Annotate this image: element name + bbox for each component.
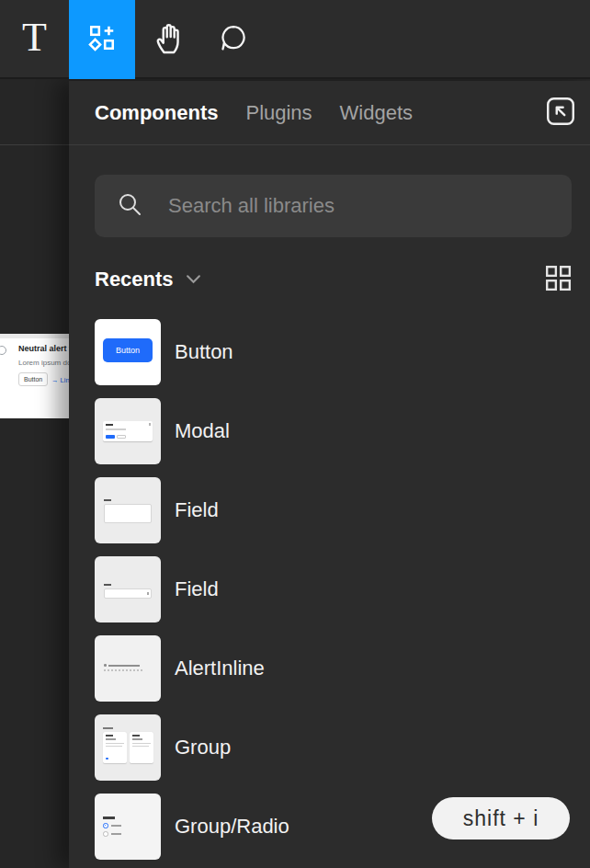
- search-box[interactable]: [95, 175, 572, 237]
- item-label: Modal: [175, 419, 230, 443]
- recents-title: Recents: [95, 268, 174, 291]
- hand-tool-button[interactable]: [135, 0, 201, 79]
- item-label: Group: [175, 736, 231, 760]
- canvas-area[interactable]: Neutral alert title Lorem ipsum dolor am…: [0, 81, 69, 868]
- figma-window: T: [0, 0, 590, 868]
- alert-title: Neutral alert title: [18, 344, 69, 353]
- hand-icon: [153, 21, 184, 58]
- field-thumbnail: [95, 556, 161, 622]
- list-item-field[interactable]: Field: [95, 477, 572, 543]
- comment-icon: [218, 22, 249, 57]
- item-label: Field: [175, 498, 219, 522]
- list-item-modal[interactable]: Modal: [95, 398, 572, 464]
- panel-header: Components Plugins Widgets: [69, 81, 590, 144]
- grid-view-toggle-button[interactable]: [544, 266, 572, 293]
- toolbar: T: [0, 0, 590, 79]
- keyboard-shortcut-badge: shift + i: [432, 797, 570, 839]
- item-label: Group/Radio: [175, 815, 289, 839]
- item-label: Button: [175, 340, 233, 364]
- mini-button: Button: [103, 338, 153, 362]
- group-thumbnail: [95, 714, 161, 781]
- search-icon: [117, 191, 142, 221]
- alert-link: → Link text: [51, 376, 69, 384]
- list-item-field-2[interactable]: Field: [95, 556, 572, 622]
- assets-tool-button[interactable]: [69, 0, 135, 79]
- tab-plugins[interactable]: Plugins: [245, 101, 312, 125]
- open-in-window-icon: [544, 95, 577, 131]
- canvas-alert-component[interactable]: Neutral alert title Lorem ipsum dolor am…: [0, 334, 69, 418]
- field-thumbnail: [95, 477, 161, 543]
- modal-thumbnail: [95, 398, 161, 464]
- recents-row: Recents: [95, 265, 572, 294]
- alert-button: Button: [18, 372, 48, 386]
- text-tool-button[interactable]: T: [0, 0, 69, 79]
- assets-panel: Components Plugins Widgets: [69, 81, 590, 868]
- component-list: Button Button Modal Field: [95, 319, 572, 860]
- alertinline-thumbnail: [95, 635, 161, 702]
- components-icon: [87, 23, 117, 56]
- item-label: Field: [175, 577, 219, 601]
- chevron-down-icon: [186, 271, 201, 288]
- recents-dropdown-button[interactable]: Recents: [95, 268, 201, 291]
- text-tool-icon: T: [22, 17, 47, 58]
- comment-tool-button[interactable]: [201, 0, 266, 79]
- grid-view-icon: [544, 264, 572, 295]
- alert-card-edge: [0, 334, 69, 338]
- tab-components[interactable]: Components: [95, 101, 218, 125]
- list-item-group[interactable]: Group: [95, 714, 572, 781]
- list-item-button[interactable]: Button Button: [95, 319, 572, 385]
- open-in-window-button[interactable]: [544, 97, 577, 130]
- header-divider: [69, 144, 590, 145]
- item-label: AlertInline: [175, 657, 265, 680]
- panel-tabs: Components Plugins Widgets: [95, 101, 413, 125]
- button-thumbnail: Button: [95, 319, 161, 385]
- list-item-alertinline[interactable]: AlertInline: [95, 635, 572, 702]
- tab-widgets[interactable]: Widgets: [340, 101, 413, 125]
- info-icon: [0, 346, 6, 355]
- search-input[interactable]: [168, 194, 553, 218]
- group-radio-thumbnail: [95, 794, 161, 860]
- alert-body: Lorem ipsum dolor amet consect: [18, 359, 69, 367]
